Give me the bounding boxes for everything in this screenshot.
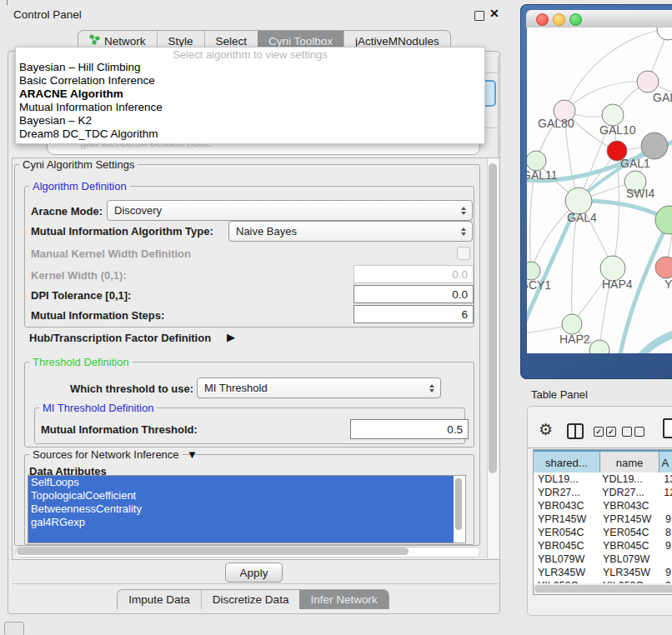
- settings-horizontal-scrollbar-thumb[interactable]: [17, 548, 409, 555]
- table-row[interactable]: YBR043CYBR043C: [534, 499, 672, 512]
- network-thick-edge: [639, 333, 672, 353]
- network-node[interactable]: [562, 314, 582, 334]
- threshold-definition-title: Threshold Definition: [29, 356, 133, 368]
- tab-label: Style: [168, 35, 193, 48]
- table-row[interactable]: YBL079WYBL079W: [534, 552, 672, 566]
- dropdown-item-selected[interactable]: ARACNE Algorithm: [16, 88, 484, 101]
- tab-impute-data[interactable]: Impute Data: [118, 590, 201, 609]
- table-row[interactable]: YER054CYER054C8.: [534, 526, 672, 539]
- table-cell: YER054C: [534, 526, 601, 539]
- minimize-window-icon[interactable]: [553, 13, 565, 26]
- tab-label: jActiveMNodules: [355, 35, 439, 48]
- table-row[interactable]: YBR045CYBR045C9.: [534, 539, 672, 552]
- apply-button[interactable]: Apply: [225, 562, 283, 582]
- list-item[interactable]: gal4RGexp: [28, 516, 454, 529]
- cyni-algorithm-settings-title: Cyni Algorithm Settings: [19, 158, 138, 171]
- mi-type-combo[interactable]: Naive Bayes: [228, 221, 473, 242]
- dropdown-item[interactable]: Dream8 DC_TDC Algorithm: [16, 128, 484, 141]
- table-row[interactable]: YDR27...YDR27...12: [534, 486, 672, 499]
- table-cell: [664, 499, 665, 512]
- dropdown-item[interactable]: Bayesian – K2: [16, 114, 484, 128]
- float-panel-icon[interactable]: [474, 11, 484, 21]
- table-cell: 0.: [664, 579, 672, 583]
- network-node[interactable]: [589, 340, 609, 353]
- network-view-canvas[interactable]: GALGAL80GAL10GAL1GAL11SWI4GAL4GCY1HAP4YH…: [527, 28, 672, 353]
- sources-expand-icon[interactable]: ▼: [187, 448, 198, 461]
- dropdown-item[interactable]: Basic Correlation Inference: [16, 74, 484, 88]
- gear-icon[interactable]: ⚙: [539, 420, 553, 439]
- table-cell: YBR045C: [601, 539, 664, 552]
- select-all-columns-icon[interactable]: ✓ ✓: [594, 427, 616, 437]
- table-row[interactable]: YIL053CYIL053C0.: [534, 579, 672, 583]
- top-divider: [7, 0, 8, 5]
- column-header-clipped[interactable]: A: [659, 452, 672, 473]
- table-row[interactable]: YDL19...YDL19...13: [534, 472, 672, 486]
- table-cell: 9.: [664, 566, 672, 579]
- new-column-icon[interactable]: [663, 418, 672, 438]
- network-node[interactable]: [527, 262, 540, 280]
- mi-steps-field[interactable]: 6: [354, 305, 474, 323]
- which-threshold-combo[interactable]: MI Threshold: [197, 378, 441, 398]
- tab-label: Impute Data: [128, 593, 190, 606]
- network-node[interactable]: [657, 28, 672, 40]
- mi-threshold-label: Mutual Information Threshold:: [41, 423, 198, 436]
- bottom-left-button[interactable]: [4, 622, 24, 635]
- table-cell: YBR043C: [534, 499, 601, 512]
- table-cell: YDR27...: [534, 486, 600, 499]
- aracne-mode-label: Aracne Mode:: [31, 205, 103, 218]
- panel-divider: [12, 583, 499, 584]
- table-row[interactable]: YPR145WYPR145W9.: [534, 512, 672, 526]
- combo-spinner-icon: [429, 384, 434, 392]
- network-node-label: SWI4: [626, 187, 654, 200]
- table-cell: YIL053C: [534, 579, 601, 583]
- column-header-name[interactable]: name: [600, 452, 660, 473]
- network-node[interactable]: [637, 71, 659, 92]
- tab-infer-network[interactable]: Infer Network: [299, 590, 388, 609]
- network-node[interactable]: [655, 206, 672, 234]
- column-header-shared-name[interactable]: shared...: [534, 452, 600, 473]
- list-item-partial[interactable]: [28, 529, 454, 542]
- network-node-label: Y: [664, 278, 672, 291]
- network-node-label: GAL80: [538, 117, 574, 130]
- table-cell: [664, 552, 665, 566]
- table-cell: YLR345W: [534, 566, 601, 579]
- dropdown-item[interactable]: Mutual Information Inference: [16, 101, 484, 114]
- network-node[interactable]: [641, 132, 668, 159]
- tab-label: Select: [216, 35, 248, 48]
- list-item[interactable]: SelfLoops: [28, 476, 454, 489]
- dropdown-item[interactable]: Bayesian – Hill Climbing: [16, 61, 484, 74]
- dpi-tolerance-field[interactable]: 0.0: [354, 285, 474, 303]
- network-window-titlebar[interactable]: [526, 10, 672, 28]
- settings-vertical-scrollbar-thumb[interactable]: [489, 163, 497, 473]
- list-vertical-scrollbar-thumb[interactable]: [455, 478, 462, 530]
- network-node[interactable]: [655, 257, 672, 278]
- app-window: Control Panel ✕ Network Style Select Cyn…: [0, 0, 672, 635]
- list-item[interactable]: TopologicalCoefficient: [28, 489, 454, 502]
- table-cell: YDL19...: [600, 472, 662, 486]
- table-horizontal-scrollbar-thumb[interactable]: [534, 585, 672, 592]
- network-node-label: GAL11: [527, 168, 558, 182]
- dpi-tolerance-label: DPI Tolerance [0,1]:: [31, 289, 131, 302]
- table-cell: YER054C: [601, 526, 664, 539]
- table-cell: YIL053C: [601, 579, 664, 583]
- network-node-label: HAP4: [602, 278, 633, 291]
- table-row[interactable]: YLR345WYLR345W9.: [534, 566, 672, 579]
- close-window-icon[interactable]: [536, 13, 549, 26]
- tab-discretize-data[interactable]: Discretize Data: [201, 590, 300, 609]
- unchecked-box-icon: [622, 427, 632, 437]
- aracne-mode-combo[interactable]: Discovery: [107, 200, 473, 221]
- network-node-label: GAL1: [620, 157, 650, 170]
- manual-kernel-checkbox[interactable]: [457, 247, 470, 260]
- mi-type-label: Mutual Information Algorithm Type:: [31, 225, 213, 238]
- combo-spinner-icon: [461, 207, 466, 215]
- deselect-all-columns-icon[interactable]: [622, 427, 644, 437]
- list-item[interactable]: BetweennessCentrality: [28, 502, 454, 516]
- zoom-window-icon[interactable]: [569, 13, 582, 26]
- table-cell: YPR145W: [534, 512, 601, 526]
- hub-expand-icon[interactable]: ▶: [227, 331, 235, 343]
- kernel-width-field[interactable]: 0.0: [354, 265, 474, 283]
- table-panel-title: Table Panel: [531, 388, 588, 401]
- mi-threshold-field[interactable]: 0.5: [350, 419, 469, 439]
- split-columns-icon[interactable]: [567, 423, 584, 439]
- close-panel-icon[interactable]: ✕: [489, 7, 499, 20]
